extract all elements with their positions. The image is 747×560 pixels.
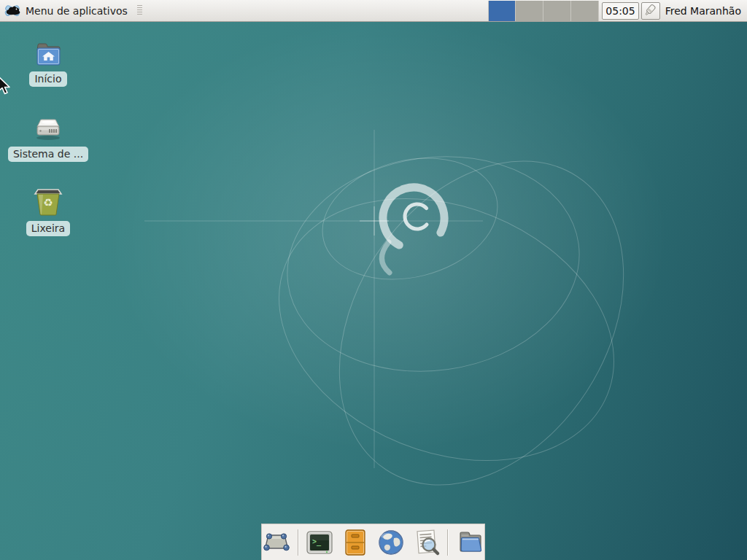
svg-text:>_: >_: [312, 537, 322, 546]
debian-swirl-logo: [372, 176, 455, 273]
desktop-icon-home[interactable]: Início: [8, 42, 88, 87]
dock-file-manager-button[interactable]: [454, 527, 484, 558]
desktop-icon-label: Lixeira: [26, 221, 70, 236]
search-document-icon: [413, 529, 441, 556]
panel-grip-handle[interactable]: [137, 5, 142, 16]
clock-time: 05:05: [605, 5, 635, 17]
applications-menu-button[interactable]: Menu de aplicativos: [0, 0, 148, 21]
debian-swirl-wallpaper: [0, 0, 747, 560]
correction-pen-icon: [643, 4, 657, 18]
desktop-icon-trash[interactable]: ♻ Lixeira: [8, 185, 88, 236]
dock-file-cabinet-button[interactable]: [341, 527, 371, 558]
top-panel: Menu de aplicativos 05:05 Fred Maranhão: [0, 0, 747, 22]
applications-menu-label: Menu de aplicativos: [26, 5, 128, 17]
dock-terminal-button[interactable]: >_: [305, 527, 335, 558]
xfce-mouse-logo-icon: [4, 4, 20, 18]
workspace-3[interactable]: [543, 1, 571, 21]
show-desktop-icon: [262, 529, 291, 556]
notification-area-button[interactable]: [641, 2, 660, 20]
clock[interactable]: 05:05: [602, 2, 638, 20]
trash-can-icon: ♻: [32, 185, 64, 217]
dock-separator: [298, 529, 299, 556]
bottom-dock-panel: >_: [261, 524, 485, 560]
dock-separator: [447, 529, 449, 556]
folder-icon: [455, 529, 484, 556]
desktop-icon-filesystem[interactable]: Sistema de ...: [8, 115, 88, 162]
desktop-icon-label: Sistema de ...: [8, 147, 88, 162]
file-cabinet-icon: [343, 529, 368, 556]
dock-show-desktop-button[interactable]: [262, 527, 292, 558]
workspace-4[interactable]: [571, 1, 599, 21]
dock-app-finder-button[interactable]: [411, 527, 441, 558]
dock-web-browser-button[interactable]: [376, 527, 406, 558]
globe-icon: [377, 529, 405, 556]
svg-text:♻: ♻: [43, 196, 53, 209]
workspace-switcher: [488, 1, 599, 21]
home-folder-icon: [34, 42, 63, 68]
filesystem-drive-icon: [33, 115, 63, 143]
terminal-icon: >_: [306, 530, 333, 555]
workspace-1[interactable]: [488, 1, 516, 21]
workspace-2[interactable]: [516, 1, 543, 21]
desktop-icon-label: Início: [29, 71, 66, 87]
session-user-button[interactable]: Fred Maranhão: [663, 5, 747, 17]
debian-xfce-desktop: { "colors": { "accent": "#3b6cad", "ws-i…: [0, 0, 747, 560]
